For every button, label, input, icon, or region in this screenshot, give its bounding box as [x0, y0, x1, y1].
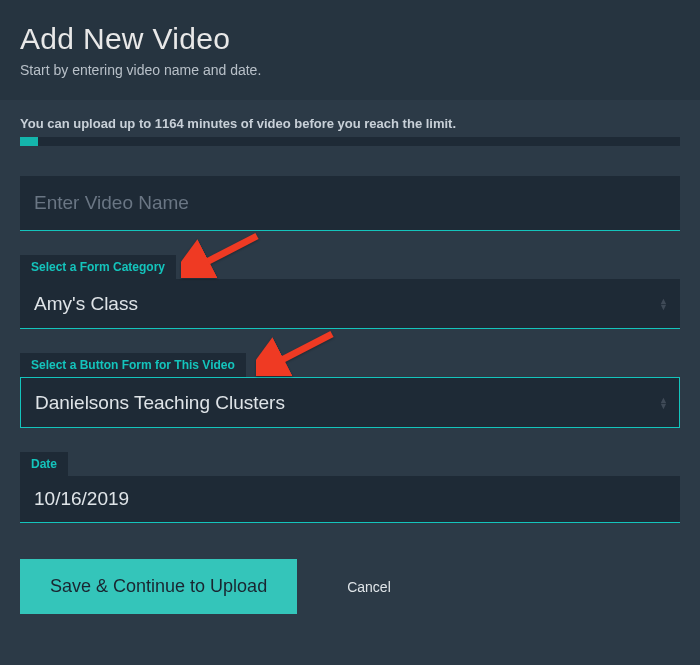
upload-limit-progress [20, 137, 680, 146]
date-group: Date [20, 452, 680, 523]
button-form-group: Select a Button Form for This Video Dani… [20, 353, 680, 428]
page-title: Add New Video [20, 22, 680, 56]
date-label: Date [20, 452, 68, 476]
page-subtitle: Start by entering video name and date. [20, 62, 680, 78]
form-category-label: Select a Form Category [20, 255, 176, 279]
upload-limit-text: You can upload up to 1164 minutes of vid… [20, 116, 680, 131]
form-category-select[interactable]: Amy's Class [20, 279, 680, 329]
action-buttons: Save & Continue to Upload Cancel [20, 559, 680, 614]
button-form-select[interactable]: Danielsons Teaching Clusters [20, 377, 680, 428]
form-content: You can upload up to 1164 minutes of vid… [0, 100, 700, 634]
video-name-input[interactable] [20, 176, 680, 231]
page-header: Add New Video Start by entering video na… [0, 0, 700, 100]
button-form-label: Select a Button Form for This Video [20, 353, 246, 377]
video-name-group [20, 176, 680, 231]
save-continue-button[interactable]: Save & Continue to Upload [20, 559, 297, 614]
date-input[interactable] [20, 476, 680, 523]
form-category-group: Select a Form Category Amy's Class ▲▼ [20, 255, 680, 329]
cancel-button[interactable]: Cancel [347, 579, 391, 595]
upload-limit-progress-fill [20, 137, 38, 146]
